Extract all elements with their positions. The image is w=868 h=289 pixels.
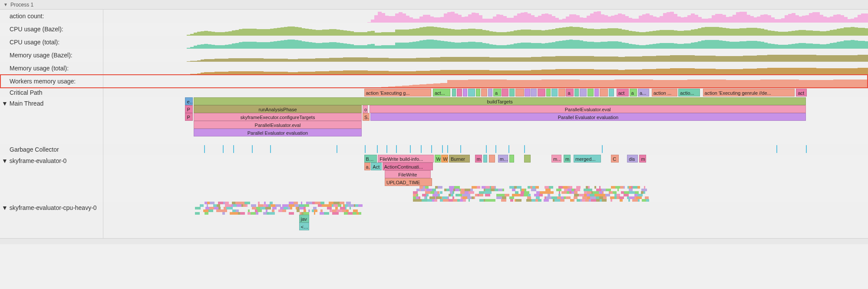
- process-header[interactable]: ▼ Process 1: [0, 0, 868, 10]
- trace-slice[interactable]: St: [363, 113, 370, 121]
- trace-slice[interactable]: ActionContinuati...: [383, 163, 433, 170]
- trace-slice[interactable]: UPLOAD_TIME: [385, 178, 432, 186]
- trace-slice[interactable]: Bui...: [364, 155, 377, 163]
- trace-slice[interactable]: [457, 89, 462, 96]
- trace-slice[interactable]: [483, 155, 487, 163]
- gc-event[interactable]: [270, 145, 271, 153]
- track-cpu-total[interactable]: CPU usage (total):: [0, 36, 868, 49]
- trace-slice[interactable]: P: [185, 113, 193, 121]
- trace-slice[interactable]: [524, 155, 531, 163]
- trace-slice[interactable]: [558, 89, 565, 96]
- trace-slice[interactable]: [452, 89, 456, 96]
- trace-slice[interactable]: m: [564, 155, 571, 163]
- track-cpu-bazel[interactable]: CPU usage (Bazel):: [0, 23, 868, 36]
- trace-slice[interactable]: o: [363, 105, 368, 113]
- gc-event[interactable]: [421, 145, 422, 153]
- gc-event[interactable]: [233, 145, 234, 153]
- gc-event[interactable]: [460, 145, 461, 153]
- track-critical-path[interactable]: Critical Path action 'Executing g...act.…: [0, 88, 868, 97]
- trace-slice[interactable]: ev: [185, 97, 193, 105]
- gc-event[interactable]: [252, 145, 253, 153]
- trace-slice[interactable]: FileWrite: [385, 170, 431, 178]
- trace-slice[interactable]: a: [364, 163, 370, 170]
- trace-slice[interactable]: buildTargets: [194, 97, 806, 105]
- gc-event[interactable]: [508, 145, 509, 153]
- gc-event[interactable]: [204, 145, 205, 153]
- trace-slice[interactable]: dis: [627, 155, 638, 163]
- trace-slice[interactable]: a: [566, 89, 574, 96]
- trace-slice[interactable]: C: [611, 155, 619, 163]
- gc-event[interactable]: [495, 145, 496, 153]
- trace-slice[interactable]: FileWrite build-info...: [378, 155, 434, 163]
- trace-slice[interactable]: [574, 89, 579, 96]
- gc-event[interactable]: [377, 145, 378, 153]
- trace-slice[interactable]: [488, 89, 493, 96]
- gc-event[interactable]: [386, 145, 387, 153]
- trace-slice[interactable]: skyframeExecutor.configureTargets: [194, 113, 362, 121]
- trace-slice[interactable]: actio...: [678, 89, 700, 96]
- trace-slice[interactable]: [509, 89, 515, 96]
- track-gc[interactable]: Garbage Collector: [0, 144, 868, 155]
- track-label[interactable]: ▼ skyframe-evaluator-0: [0, 155, 103, 202]
- trace-slice[interactable]: a: [630, 89, 637, 96]
- trace-slice[interactable]: ParallelEvaluator.eval: [194, 121, 362, 129]
- trace-slice[interactable]: Burner: [449, 155, 470, 163]
- trace-slice[interactable]: action ...: [652, 89, 678, 96]
- trace-slice[interactable]: merged...: [574, 155, 601, 163]
- trace-slice[interactable]: [476, 89, 481, 96]
- track-label[interactable]: ▼ skyframe-evaluator-cpu-heavy-0: [0, 202, 103, 238]
- trace-slice[interactable]: [463, 89, 468, 96]
- gc-event[interactable]: [431, 145, 432, 153]
- trace-slice[interactable]: [600, 89, 608, 96]
- gc-event[interactable]: [447, 145, 448, 153]
- gc-event[interactable]: [524, 145, 525, 153]
- trace-slice[interactable]: [502, 89, 508, 96]
- trace-slice[interactable]: [587, 89, 594, 96]
- trace-slice[interactable]: me: [551, 155, 561, 163]
- trace-slice[interactable]: [489, 155, 495, 163]
- track-main-thread[interactable]: ▼ Main Thread evbuildTargets PrunAnalysi…: [0, 97, 868, 144]
- gc-event[interactable]: [486, 145, 487, 153]
- trace-slice[interactable]: ParallelEvaluator.eval: [370, 105, 806, 113]
- trace-slice[interactable]: Act: [371, 163, 382, 170]
- trace-slice[interactable]: m: [475, 155, 482, 163]
- trace-slice[interactable]: [594, 89, 599, 96]
- track-skyframe-cpu[interactable]: ▼ skyframe-evaluator-cpu-heavy-0 jav <to: [0, 202, 868, 238]
- track-skyframe0[interactable]: ▼ skyframe-evaluator-0 Bui...FileWrite b…: [0, 155, 868, 202]
- trace-slice[interactable]: [509, 155, 514, 163]
- gc-event[interactable]: [410, 145, 411, 153]
- trace-slice[interactable]: W: [441, 155, 448, 163]
- trace-slice[interactable]: me: [498, 155, 508, 163]
- trace-slice[interactable]: act: [796, 89, 807, 96]
- gc-event[interactable]: [337, 145, 337, 153]
- track-action-count[interactable]: action count:: [0, 10, 868, 23]
- gc-event[interactable]: [776, 145, 777, 153]
- trace-slice[interactable]: a...: [638, 89, 649, 96]
- trace-slice[interactable]: action 'Executing genrule //de...: [703, 89, 795, 96]
- trace-slice[interactable]: act: [617, 89, 629, 96]
- gc-event[interactable]: [223, 145, 224, 153]
- trace-slice[interactable]: m: [639, 155, 646, 163]
- trace-slice[interactable]: [481, 89, 487, 96]
- trace-slice[interactable]: action 'Executing g...: [364, 89, 432, 96]
- trace-slice[interactable]: [515, 89, 524, 96]
- trace-slice[interactable]: act...: [433, 89, 451, 96]
- track-workers-mem[interactable]: Workers memory usage:: [0, 75, 868, 88]
- trace-slice[interactable]: runAnalysisPhase: [194, 105, 362, 113]
- gc-event[interactable]: [442, 145, 443, 153]
- gc-event[interactable]: [806, 145, 807, 153]
- trace-slice[interactable]: [468, 89, 475, 96]
- trace-slice[interactable]: [551, 89, 558, 96]
- gc-event[interactable]: [602, 145, 603, 153]
- trace-slice[interactable]: a: [493, 89, 501, 96]
- track-mem-bazel[interactable]: Memory usage (Bazel):: [0, 49, 868, 62]
- trace-slice[interactable]: P: [185, 105, 193, 113]
- trace-slice[interactable]: jav: [299, 215, 309, 223]
- trace-slice[interactable]: [546, 89, 551, 96]
- gc-event[interactable]: [396, 145, 397, 153]
- trace-slice[interactable]: W: [435, 155, 441, 163]
- trace-slice[interactable]: [538, 89, 545, 96]
- trace-slice[interactable]: Parallel Evaluator evaluation: [370, 113, 806, 121]
- track-label[interactable]: ▼ Main Thread: [0, 97, 103, 144]
- track-mem-total[interactable]: Memory usage (total):: [0, 62, 868, 75]
